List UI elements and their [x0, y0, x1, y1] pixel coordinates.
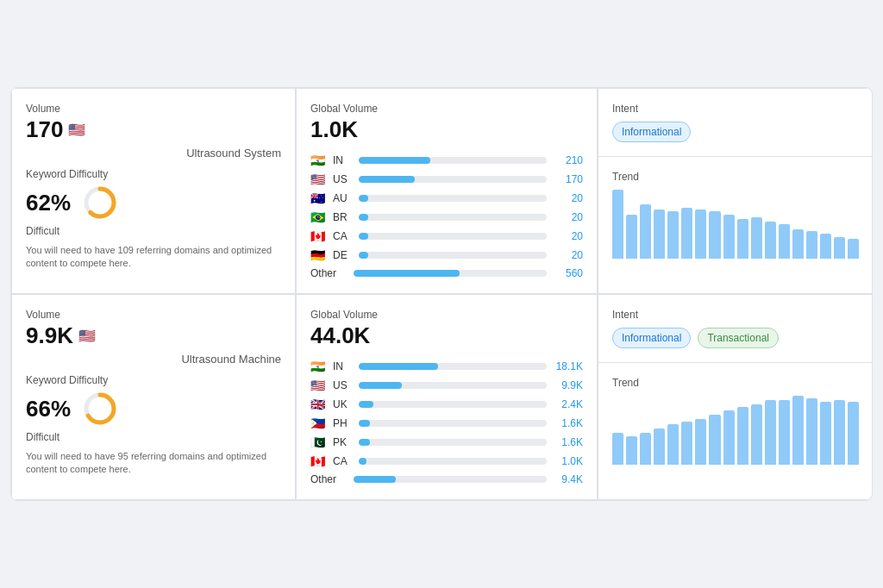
intent-badges: Informational Transactional: [612, 328, 859, 348]
country-code: CA: [333, 455, 354, 467]
trend-label: Trend: [612, 377, 859, 389]
country-row: 🇨🇦 CA 1.0K: [310, 454, 583, 468]
volume-label: Volume: [26, 103, 281, 115]
trend-bar: [737, 219, 748, 259]
country-code: CA: [333, 230, 354, 242]
bar-track: [359, 214, 547, 221]
trend-bar: [848, 239, 859, 259]
flag-icon: 🇺🇸: [78, 328, 96, 344]
global-volume-label: Global Volume: [310, 309, 583, 321]
country-row: 🇵🇭 PH 1.6K: [310, 416, 583, 430]
left-cell-row2: Volume 9.9K 🇺🇸 Ultrasound Machine Keywor…: [11, 294, 296, 500]
flag-icon: 🇺🇸: [68, 122, 85, 138]
kd-row: 62%: [26, 184, 281, 222]
bar-fill: [359, 420, 370, 427]
country-value: 9.9K: [552, 379, 583, 391]
country-flag-icon: 🇺🇸: [310, 378, 328, 392]
trend-bar: [792, 396, 804, 465]
volume-label: Volume: [26, 309, 281, 321]
kd-label: Keyword Difficulty: [26, 374, 281, 386]
other-label: Other: [310, 473, 348, 485]
bar-fill: [359, 458, 366, 465]
trend-bar: [709, 211, 720, 259]
right-col-row1: Intent Informational Trend: [598, 88, 873, 294]
kd-description: You will need to have 95 referring domai…: [26, 450, 281, 477]
country-flag-icon: 🇩🇪: [310, 248, 328, 262]
difficult-label: Difficult: [26, 431, 281, 443]
country-flag-icon: 🇵🇭: [310, 416, 328, 430]
trend-bar: [723, 215, 735, 259]
country-flag-icon: 🇦🇺: [310, 191, 328, 205]
trend-bar: [681, 208, 692, 259]
country-value: 18.1K: [552, 360, 583, 372]
other-bar-fill: [354, 270, 460, 277]
country-value: 20: [552, 211, 583, 223]
country-row: 🇬🇧 UK 2.4K: [310, 397, 583, 411]
trend-bar: [779, 400, 790, 465]
kd-value: 62%: [26, 190, 71, 216]
country-value: 20: [552, 249, 583, 261]
kd-row: 66%: [26, 390, 281, 428]
country-flag-icon: 🇮🇳: [310, 360, 328, 373]
intent-badge: Informational: [612, 122, 691, 142]
middle-cell-row1: Global Volume 1.0K 🇮🇳 IN 210 🇺🇸 US 170 🇦…: [296, 88, 598, 294]
trend-bar: [667, 424, 679, 465]
trend-bar: [765, 400, 776, 465]
bar-fill: [359, 439, 370, 446]
intent-label: Intent: [612, 103, 859, 115]
keyword-name: Ultrasound System: [26, 147, 281, 160]
kd-value: 66%: [26, 396, 71, 422]
country-row: 🇩🇪 DE 20: [310, 248, 583, 262]
trend-bar: [765, 222, 776, 259]
bar-track: [359, 458, 547, 465]
trend-bar: [751, 217, 762, 259]
intent-badge: Transactional: [698, 328, 779, 348]
keyword-name: Ultrasound Machine: [26, 353, 281, 366]
country-code: PK: [333, 436, 354, 448]
trend-bar: [654, 210, 665, 259]
bar-track: [359, 252, 547, 259]
other-bar-track: [354, 476, 547, 483]
country-value: 1.6K: [552, 417, 583, 429]
trend-bar: [709, 415, 720, 465]
country-flag-icon: 🇨🇦: [310, 229, 328, 243]
bar-track: [359, 420, 547, 427]
trend-bar: [695, 210, 706, 259]
grid: Volume 170 🇺🇸 Ultrasound System Keyword …: [11, 88, 872, 500]
other-row: Other 560: [310, 267, 583, 279]
bar-track: [359, 382, 547, 389]
trend-bar: [820, 402, 831, 465]
country-flag-icon: 🇧🇷: [310, 210, 328, 224]
bar-track: [359, 401, 547, 408]
trend-bar: [723, 410, 735, 465]
country-value: 2.4K: [552, 398, 583, 410]
trend-bar: [848, 402, 859, 465]
trend-bar: [751, 404, 762, 465]
donut-chart: [81, 184, 119, 222]
dashboard: Volume 170 🇺🇸 Ultrasound System Keyword …: [10, 87, 873, 501]
country-row: 🇨🇦 CA 20: [310, 229, 583, 243]
country-flag-icon: 🇬🇧: [310, 397, 328, 411]
country-code: IN: [333, 360, 354, 372]
country-flag-icon: 🇵🇰: [310, 435, 328, 449]
bar-track: [359, 176, 547, 183]
trend-bar: [820, 234, 831, 259]
trend-bar: [640, 433, 651, 465]
bar-track: [359, 439, 547, 446]
other-value: 560: [552, 267, 583, 279]
trend-bar: [626, 436, 637, 465]
kd-label: Keyword Difficulty: [26, 168, 281, 180]
intent-section: Intent Informational Transactional: [598, 295, 873, 363]
trend-bar: [612, 190, 623, 259]
trend-bar: [626, 215, 637, 259]
trend-section: Trend: [598, 363, 873, 499]
other-label: Other: [310, 267, 348, 279]
intent-badge: Informational: [612, 328, 691, 348]
country-code: UK: [333, 398, 354, 410]
volume-value: 170 🇺🇸: [26, 116, 281, 143]
country-value: 170: [552, 173, 583, 185]
country-code: AU: [333, 192, 354, 204]
trend-bar: [737, 407, 748, 465]
bar-track: [359, 233, 547, 240]
country-flag-icon: 🇨🇦: [310, 454, 328, 468]
